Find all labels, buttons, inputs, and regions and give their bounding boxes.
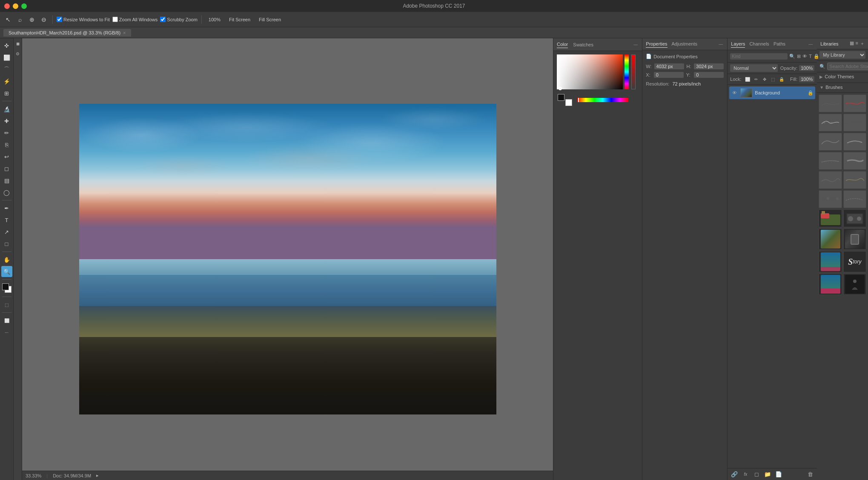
brush-tool[interactable]: ✏ (1, 127, 12, 138)
status-arrow[interactable]: ▸ (96, 473, 99, 478)
graphic-thumb-4[interactable] (843, 229, 866, 250)
resize-windows-option[interactable]: Resize Windows to Fit (57, 17, 110, 22)
new-layer-btn[interactable]: 📄 (774, 470, 783, 479)
fx-btn[interactable]: fx (741, 470, 750, 479)
tab-adjustments[interactable]: Adjustments (672, 40, 698, 48)
dock-adjust-btn[interactable]: ⚙ (14, 50, 21, 57)
brush-thumb-8[interactable] (843, 152, 866, 170)
tab-swatches[interactable]: Swatches (573, 41, 593, 48)
zoom-all-check[interactable] (112, 17, 118, 22)
hue-strip[interactable] (625, 54, 629, 89)
brush-thumb-3[interactable] (819, 114, 842, 131)
close-doc-tab[interactable]: × (123, 30, 126, 35)
lock-all-btn[interactable]: 🔒 (778, 76, 785, 83)
more-tools-btn[interactable]: ··· (1, 327, 12, 338)
libs-grid-view[interactable]: ▦ (850, 40, 854, 47)
lock-artboard-btn[interactable]: ⬚ (770, 76, 776, 83)
graphic-thumb-1[interactable] (819, 209, 842, 227)
brush-thumb-5[interactable] (819, 133, 842, 151)
resize-windows-check[interactable] (57, 17, 62, 22)
lasso-tool[interactable]: ⌒ (1, 64, 12, 75)
zoom-out-btn[interactable]: ⊖ (39, 15, 49, 24)
foreground-color-swatch[interactable] (2, 283, 9, 290)
add-mask-btn[interactable]: ◻ (752, 470, 761, 479)
graphic-thumb-2[interactable] (843, 209, 866, 227)
zoom-100-btn[interactable]: 100% (206, 16, 223, 23)
eraser-tool[interactable]: ◻ (1, 163, 12, 174)
brush-thumb-11[interactable] (819, 190, 842, 208)
history-brush-tool[interactable]: ↩ (1, 151, 12, 162)
lock-position-btn[interactable]: ✥ (761, 76, 768, 83)
library-select[interactable]: My Library (819, 51, 865, 59)
tab-properties[interactable]: Properties (646, 40, 667, 48)
brush-thumb-9[interactable] (819, 171, 842, 189)
color-panel-collapse[interactable]: — (633, 42, 639, 48)
add-link-btn[interactable]: 🔗 (730, 470, 739, 479)
color-picker-widget[interactable] (557, 54, 639, 91)
width-value[interactable]: 4032 px (654, 63, 684, 69)
new-group-btn[interactable]: 📁 (763, 470, 772, 479)
height-value[interactable]: 3024 px (694, 63, 724, 69)
graphic-thumb-6[interactable]: S tory (843, 251, 866, 272)
delete-layer-btn[interactable]: 🗑 (806, 470, 814, 479)
document-tab[interactable]: SouthamptonHDR_March2016.psd @ 33.3% (RG… (3, 29, 131, 37)
brush-thumb-1[interactable] (819, 94, 842, 112)
adobe-stock-search[interactable] (827, 63, 868, 70)
scrubby-zoom-option[interactable]: Scrubby Zoom (160, 17, 198, 22)
brush-thumb-10[interactable] (843, 171, 866, 189)
zoom-all-option[interactable]: Zoom All Windows (112, 17, 158, 22)
libs-list-view[interactable]: ≡ (856, 40, 858, 47)
layer-filter-btn[interactable]: 🔍 (789, 52, 795, 60)
brush-thumb-4[interactable] (843, 114, 866, 131)
color-indicator[interactable] (1, 283, 12, 294)
shape-tool[interactable]: □ (1, 238, 12, 249)
fill-screen-btn[interactable]: Fill Screen (256, 16, 284, 23)
resolution-value[interactable]: 72 pixels/inch (672, 81, 701, 86)
scrubby-zoom-check[interactable] (160, 17, 166, 22)
brush-thumb-7[interactable] (819, 152, 842, 170)
layer-options-btn[interactable]: ⊞ (797, 52, 801, 60)
libs-add-btn[interactable]: ＋ (860, 40, 865, 47)
dodge-tool[interactable]: ◯ (1, 187, 12, 198)
minimize-button[interactable] (13, 3, 18, 9)
kind-filter-input[interactable] (730, 53, 788, 60)
layer-visibility-btn[interactable]: 👁 (802, 52, 807, 60)
color-gradient-area[interactable] (557, 54, 623, 89)
fg-bg-swatches[interactable] (557, 93, 573, 107)
graphic-thumb-8[interactable] (843, 274, 866, 295)
brushes-header[interactable]: ▼ Brushes (819, 85, 865, 90)
tab-channels[interactable]: Channels (749, 40, 769, 48)
layer-type-btn[interactable]: T (809, 52, 812, 60)
graphic-thumb-5[interactable] (819, 251, 842, 272)
heal-tool[interactable]: ✚ (1, 115, 12, 126)
screen-mode-btn[interactable]: ⬜ (1, 315, 12, 326)
move-tool[interactable]: ✜ (1, 40, 12, 51)
blend-mode-select[interactable]: Normal (730, 64, 778, 72)
dock-color-btn[interactable]: ◼ (14, 40, 21, 47)
marquee-tool[interactable]: ⬜ (1, 52, 12, 63)
quick-select-tool[interactable]: ⚡ (1, 76, 12, 87)
color-themes-header[interactable]: ▶ Color Themes (819, 74, 865, 79)
graphic-thumb-3[interactable] (819, 229, 842, 250)
pen-tool[interactable]: ✒ (1, 203, 12, 214)
tab-color[interactable]: Color (557, 41, 568, 48)
brush-thumb-12[interactable] (843, 190, 866, 208)
opacity-value[interactable]: 100% (799, 65, 814, 71)
move-tool-btn[interactable]: ↖ (3, 15, 13, 24)
layer-visibility-eye[interactable]: 👁 (731, 89, 738, 96)
lock-pixels-btn[interactable]: ✏ (753, 76, 759, 83)
clone-tool[interactable]: ⎘ (1, 139, 12, 150)
hand-tool[interactable]: ✋ (1, 254, 12, 265)
zoom-tool[interactable]: 🔍 (1, 266, 12, 277)
graphic-thumb-7[interactable] (819, 274, 842, 295)
props-collapse[interactable]: — (718, 41, 724, 47)
close-button[interactable] (4, 3, 10, 9)
layers-collapse[interactable]: — (808, 41, 814, 47)
quick-mask-btn[interactable]: ⬚ (1, 299, 12, 310)
tab-paths[interactable]: Paths (773, 40, 785, 48)
text-tool[interactable]: T (1, 214, 12, 226)
search-tool-btn[interactable]: ⌕ (15, 15, 25, 24)
bg-color-box[interactable] (565, 99, 572, 106)
layer-name[interactable]: Background (755, 90, 805, 95)
fill-value[interactable]: 100% (799, 76, 814, 82)
